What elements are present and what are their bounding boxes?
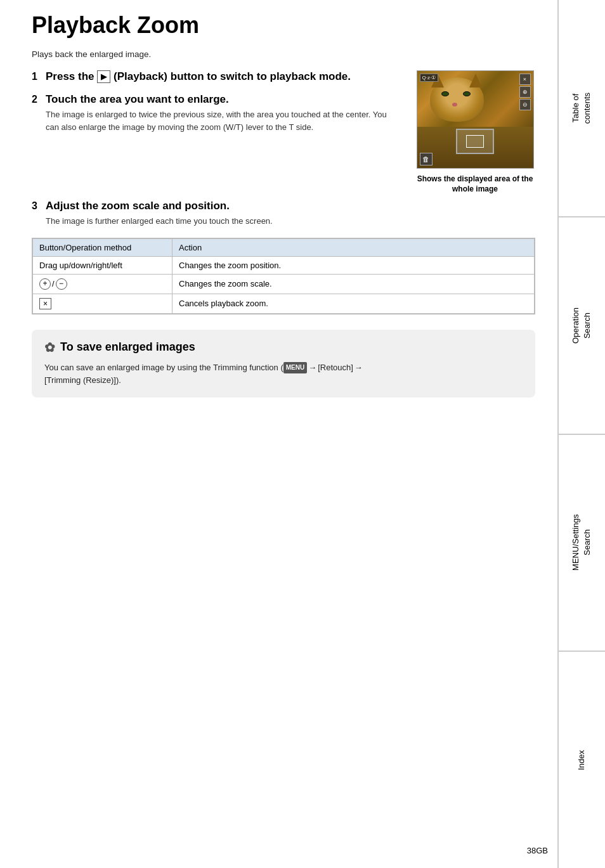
cat-eye-right <box>463 91 471 96</box>
tip-text: You can save an enlarged image by using … <box>44 361 523 388</box>
steps-and-image: 1 Press the ▶ (Playback) button to switc… <box>32 70 535 195</box>
action-zoom: Changes the zoom scale. <box>172 274 535 294</box>
step-3-number: 3 <box>32 200 46 212</box>
zoom-plus-icon: + <box>39 278 51 290</box>
camera-badge: Q·z·① <box>420 74 439 82</box>
step-3-detail: The image is further enlarged each time … <box>46 215 535 228</box>
image-right: Q·z·① × ⊕ ⊖ 🗑 Shows the displayed area o… <box>415 70 535 195</box>
tip-icon: ✿ <box>44 340 55 355</box>
playback-button-icon: ▶ <box>97 70 110 83</box>
sidebar-label-index: Index <box>576 750 587 770</box>
close-button-icon[interactable]: × <box>519 74 531 85</box>
intro-text: Plays back the enlarged image. <box>32 49 535 59</box>
table-row: +/− Changes the zoom scale. <box>33 274 535 294</box>
image-caption: Shows the displayed area of the whole im… <box>417 174 534 195</box>
sidebar-item-operation-search[interactable]: OperationSearch <box>559 217 605 435</box>
camera-image: Q·z·① × ⊕ ⊖ 🗑 <box>417 70 534 169</box>
step-3-heading: Adjust the zoom scale and position. <box>46 200 535 212</box>
sidebar-label-menu-settings-search: MENU/SettingsSearch <box>570 514 593 571</box>
right-sidebar: Table ofcontents OperationSearch MENU/Se… <box>557 0 605 868</box>
action-drag: Changes the zoom position. <box>172 256 535 274</box>
table: Button/Operation method Action Drag up/d… <box>32 238 535 314</box>
step-1: 1 Press the ▶ (Playback) button to switc… <box>32 70 402 86</box>
step-1-heading: Press the ▶ (Playback) button to switch … <box>46 70 402 84</box>
retouch-text: [Retouch] <box>318 363 353 372</box>
step-2-heading: Touch the area you want to enlarge. <box>46 93 402 106</box>
cat-nose <box>452 103 457 107</box>
method-zoom: +/− <box>33 274 172 294</box>
arrow-2: → <box>355 363 363 372</box>
tip-text-end: ). <box>116 375 121 385</box>
tip-heading-text: To save enlarged images <box>60 340 195 354</box>
table-row: × Cancels playback zoom. <box>33 294 535 313</box>
step-3-content: Adjust the zoom scale and position. The … <box>46 200 535 228</box>
step-2-number: 2 <box>32 94 46 105</box>
trimming-text: [Trimming (Resize)] <box>44 375 116 385</box>
menu-button-label: MENU <box>283 362 307 373</box>
sidebar-label-table-of-contents: Table ofcontents <box>570 93 593 124</box>
zoom-minus-icon: − <box>56 278 67 290</box>
method-drag: Drag up/down/right/left <box>33 256 172 274</box>
step-3: 3 Adjust the zoom scale and position. Th… <box>32 200 535 228</box>
zoom-indicator <box>456 129 494 154</box>
tip-box: ✿ To save enlarged images You can save a… <box>32 330 535 398</box>
trash-button-icon[interactable]: 🗑 <box>420 153 433 165</box>
zoom-inner <box>466 135 484 148</box>
sidebar-item-menu-settings-search[interactable]: MENU/SettingsSearch <box>559 435 605 652</box>
page-title: Playback Zoom <box>32 13 535 38</box>
table-header-row: Button/Operation method Action <box>33 238 535 256</box>
zoom-icon-cell: +/− <box>39 278 67 290</box>
cat-ear-right <box>469 74 482 87</box>
col-header-action: Action <box>172 238 535 256</box>
cat-background <box>417 71 533 168</box>
sidebar-label-operation-search: OperationSearch <box>570 308 593 344</box>
table-row: Drag up/down/right/left Changes the zoom… <box>33 256 535 274</box>
zoom-minus-button[interactable]: ⊖ <box>519 99 531 110</box>
tip-text-before: You can save an enlarged image by using … <box>44 363 283 372</box>
tip-heading: ✿ To save enlarged images <box>44 340 523 355</box>
cat-eye-left <box>441 91 449 96</box>
sidebar-item-index[interactable]: Index <box>559 652 605 868</box>
steps-left: 1 Press the ▶ (Playback) button to switc… <box>32 70 402 141</box>
x-btn-icon: × <box>39 298 51 309</box>
step-1-number: 1 <box>32 71 46 82</box>
step-2-detail: The image is enlarged to twice the previ… <box>46 108 402 133</box>
ui-top-right: × ⊕ ⊖ <box>519 74 531 110</box>
main-content: Playback Zoom Plays back the enlarged im… <box>19 0 548 423</box>
col-header-method: Button/Operation method <box>33 238 172 256</box>
step-2: 2 Touch the area you want to enlarge. Th… <box>32 93 402 133</box>
method-x: × <box>33 294 172 313</box>
arrow-1: → <box>308 363 316 372</box>
step-2-content: Touch the area you want to enlarge. The … <box>46 93 402 133</box>
action-x: Cancels playback zoom. <box>172 294 535 313</box>
operation-table: Button/Operation method Action Drag up/d… <box>32 238 535 314</box>
step-1-content: Press the ▶ (Playback) button to switch … <box>46 70 402 86</box>
zoom-plus-button[interactable]: ⊕ <box>519 86 531 98</box>
sidebar-item-table-of-contents[interactable]: Table ofcontents <box>559 0 605 217</box>
page-number: 38GB <box>527 846 548 855</box>
